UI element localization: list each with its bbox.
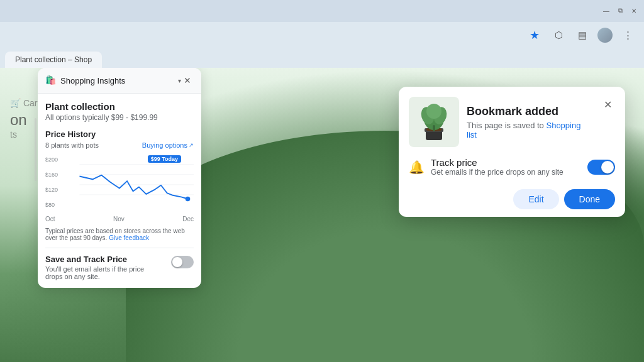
price-line (79, 175, 187, 199)
save-track-description: You'll get email alerts if the price dro… (45, 265, 158, 280)
title-bar: — ⧉ ✕ (0, 0, 644, 22)
bookmark-actions: Edit Done (399, 182, 625, 217)
sidebar-icon[interactable]: ▤ (574, 26, 591, 44)
track-price-text: Track price Get emails if the price drop… (431, 157, 564, 177)
x-label-oct: Oct (45, 216, 55, 222)
y-label-120: $120 (45, 187, 58, 193)
avatar[interactable] (597, 28, 613, 43)
vertical-bar (35, 118, 36, 181)
toolbar: ★ ⬡ ▤ ⋮ (0, 22, 644, 48)
edit-button[interactable]: Edit (513, 189, 558, 209)
maximize-button[interactable]: ⧉ (615, 6, 625, 16)
divider (45, 248, 194, 248)
menu-icon[interactable]: ⋮ (619, 26, 636, 44)
browser-chrome: — ⧉ ✕ ★ ⬡ ▤ ⋮ Plant collection – Shop (0, 0, 644, 68)
bookmark-header: Bookmark added This page is saved to Sho… (399, 87, 625, 152)
svg-rect-11 (433, 125, 435, 131)
bookmark-added-title: Bookmark added (467, 105, 592, 118)
bookmark-star-icon[interactable]: ★ (526, 26, 543, 44)
buying-options-link[interactable]: Buying options ↗ (142, 141, 194, 149)
give-feedback-link[interactable]: Give feedback (109, 234, 149, 241)
cart-icon-partial: 🛒 Cart (10, 98, 40, 109)
price-history-title: Price History (45, 129, 194, 139)
product-name: Plant collection (45, 101, 194, 112)
panel-header: 🛍️ Shopping Insights ▾ ✕ (38, 68, 201, 94)
bookmark-info: Bookmark added This page is saved to Sho… (467, 105, 592, 140)
track-price-toggle[interactable] (587, 160, 615, 175)
bell-plus-icon: 🔔 (409, 160, 425, 175)
plants-count-label: 8 plants with pots (45, 141, 99, 149)
main-content: 🛒 Cart on ts 🛍️ Shopping Insights ▾ ✕ Pl… (0, 68, 644, 362)
track-price-section: 🔔 Track price Get emails if the price dr… (399, 152, 625, 182)
track-price-title: Track price (431, 157, 564, 168)
product-price-range: All options typically $99 - $199.99 (45, 113, 194, 122)
minimize-button[interactable]: — (601, 6, 611, 16)
save-track-title: Save and Track Price (45, 255, 158, 264)
extensions-icon[interactable]: ⬡ (550, 26, 567, 44)
track-price-description: Get emails if the price drops on any sit… (431, 168, 564, 177)
bookmark-saved-to: This page is saved to Shopping list (467, 121, 592, 140)
shopping-bag-icon: 🛍️ (45, 75, 57, 86)
bookmark-close-button[interactable]: ✕ (600, 97, 615, 112)
today-badge: $99 Today (148, 155, 181, 163)
price-history-subtitle-row: 8 plants with pots Buying options ↗ (45, 141, 194, 149)
external-link-icon: ↗ (189, 142, 194, 148)
shopping-insights-panel: 🛍️ Shopping Insights ▾ ✕ Plant collectio… (38, 68, 201, 288)
svg-point-10 (426, 104, 441, 119)
x-label-dec: Dec (182, 216, 194, 222)
price-chart: $200 $160 $120 $80 $99 Today (45, 154, 194, 211)
close-button[interactable]: ✕ (629, 6, 639, 16)
panel-close-button[interactable]: ✕ (181, 74, 194, 87)
active-tab[interactable]: Plant collection – Shop (5, 52, 102, 68)
panel-title: Shopping Insights (60, 76, 175, 85)
bookmark-popup: Bookmark added This page is saved to Sho… (399, 87, 625, 217)
plant-thumbnail-svg (412, 100, 456, 144)
tab-bar: Plant collection – Shop (0, 48, 644, 68)
done-button[interactable]: Done (564, 189, 615, 209)
plant-thumbnail (409, 97, 459, 147)
today-dot (186, 197, 191, 202)
save-track-text: Save and Track Price You'll get email al… (45, 255, 158, 280)
typical-prices-text: Typical prices are based on stores acros… (45, 228, 194, 241)
y-label-160: $160 (45, 172, 58, 178)
save-track-toggle[interactable] (171, 256, 194, 268)
save-track-section: Save and Track Price You'll get email al… (45, 255, 194, 280)
chart-y-labels: $200 $160 $120 $80 (45, 154, 58, 211)
chart-x-labels: Oct Nov Dec (45, 216, 194, 222)
y-label-80: $80 (45, 202, 58, 208)
panel-body: Plant collection All options typically $… (38, 94, 201, 288)
x-label-nov: Nov (113, 216, 125, 222)
y-label-200: $200 (45, 156, 58, 163)
